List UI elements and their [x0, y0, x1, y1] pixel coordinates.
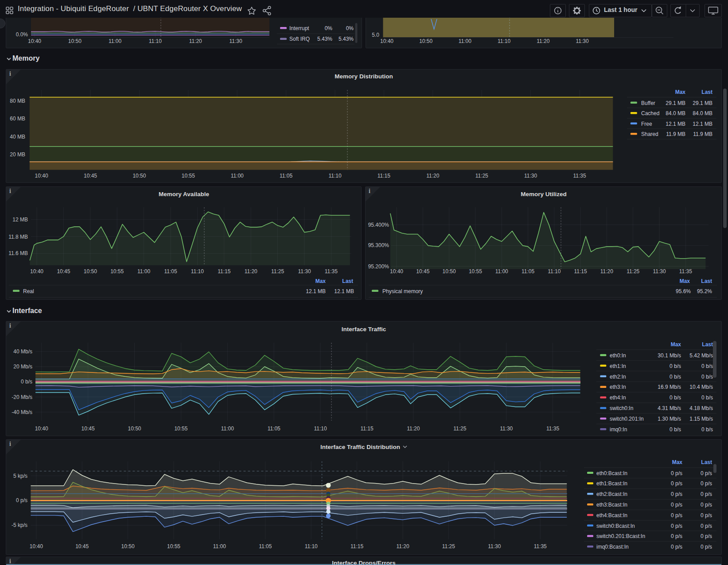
svg-text:5.43%: 5.43%	[317, 36, 332, 42]
svg-text:0%: 0%	[346, 25, 354, 31]
svg-text:11:10: 11:10	[191, 268, 204, 275]
svg-text:Last: Last	[701, 459, 712, 465]
svg-text:10:50: 10:50	[132, 173, 146, 179]
svg-text:11:05: 11:05	[259, 543, 272, 550]
svg-text:10:50: 10:50	[121, 543, 135, 550]
svg-text:0 p/s: 0 p/s	[671, 544, 682, 550]
svg-text:30.1 Mb/s: 30.1 Mb/s	[658, 352, 681, 359]
svg-text:4.31 Mb/s: 4.31 Mb/s	[658, 405, 681, 411]
svg-text:0 p/s: 0 p/s	[701, 544, 712, 550]
svg-text:11:35: 11:35	[325, 268, 338, 275]
svg-text:0 b/s: 0 b/s	[670, 374, 681, 380]
svg-text:0%: 0%	[325, 25, 333, 31]
svg-text:10:40: 10:40	[35, 426, 48, 432]
svg-text:5.42 Mb/s: 5.42 Mb/s	[689, 352, 713, 359]
svg-text:0 p/s: 0 p/s	[701, 502, 712, 508]
svg-text:-40 Mb/s: -40 Mb/s	[12, 409, 32, 415]
svg-text:11:00: 11:00	[459, 38, 471, 44]
svg-text:10:45: 10:45	[75, 543, 89, 550]
svg-text:10:55: 10:55	[469, 268, 482, 275]
svg-text:10:45: 10:45	[84, 173, 97, 179]
svg-text:4.18 Mb/s: 4.18 Mb/s	[689, 405, 713, 411]
svg-text:95.400%: 95.400%	[368, 222, 389, 228]
svg-text:0 p/s: 0 p/s	[16, 497, 27, 503]
svg-text:11:15: 11:15	[360, 426, 373, 432]
svg-text:11:05: 11:05	[164, 268, 177, 275]
svg-text:16.9 Mb/s: 16.9 Mb/s	[658, 384, 681, 390]
svg-text:11:10: 11:10	[305, 543, 318, 550]
svg-text:10:55: 10:55	[174, 426, 187, 432]
svg-text:0 p/s: 0 p/s	[701, 512, 712, 519]
svg-text:11:20: 11:20	[537, 38, 549, 44]
svg-text:0 p/s: 0 p/s	[671, 480, 682, 487]
svg-text:11:10: 11:10	[314, 426, 327, 432]
svg-text:10:40: 10:40	[30, 543, 43, 550]
svg-text:20 Mb/s: 20 Mb/s	[13, 364, 32, 370]
svg-text:11.9 MB: 11.9 MB	[693, 131, 712, 137]
svg-text:0 p/s: 0 p/s	[671, 470, 682, 476]
svg-text:10:45: 10:45	[416, 268, 429, 275]
svg-text:eth3:Bcast:In: eth3:Bcast:In	[596, 502, 627, 508]
svg-text:10:40: 10:40	[380, 38, 393, 44]
svg-text:11:00: 11:00	[495, 268, 508, 275]
svg-text:10:55: 10:55	[110, 268, 124, 275]
svg-text:11:30: 11:30	[576, 38, 588, 44]
svg-text:11:35: 11:35	[534, 543, 547, 550]
svg-text:0 p/s: 0 p/s	[701, 533, 712, 539]
svg-text:Last: Last	[701, 278, 712, 284]
svg-text:11:00: 11:00	[213, 543, 226, 550]
svg-text:80 MB: 80 MB	[10, 98, 25, 104]
svg-text:11:20: 11:20	[426, 173, 439, 179]
svg-text:imq0:In: imq0:In	[610, 426, 627, 433]
svg-text:0 b/s: 0 b/s	[670, 363, 681, 369]
svg-text:11:25: 11:25	[442, 543, 455, 550]
svg-text:eth4:In: eth4:In	[610, 395, 626, 401]
svg-text:0 p/s: 0 p/s	[671, 502, 682, 508]
svg-text:imq0:Bcast:In: imq0:Bcast:In	[596, 544, 629, 550]
svg-text:95.2%: 95.2%	[697, 288, 712, 294]
svg-text:10:40: 10:40	[30, 268, 43, 275]
svg-text:Interrupt: Interrupt	[289, 25, 309, 31]
svg-text:Max: Max	[672, 459, 683, 465]
svg-text:10:50: 10:50	[128, 426, 141, 432]
svg-text:0 p/s: 0 p/s	[701, 523, 712, 529]
svg-text:11:20: 11:20	[189, 38, 202, 44]
svg-text:10:50: 10:50	[68, 38, 82, 44]
svg-text:5.43%: 5.43%	[339, 36, 354, 42]
svg-text:10:45: 10:45	[82, 426, 95, 432]
svg-text:eth0:In: eth0:In	[610, 352, 626, 359]
svg-text:Max: Max	[671, 341, 681, 348]
svg-text:11:25: 11:25	[627, 268, 639, 275]
svg-text:Real: Real	[23, 288, 34, 294]
svg-text:95.300%: 95.300%	[368, 242, 389, 248]
svg-text:10:40: 10:40	[28, 38, 41, 44]
svg-text:11:20: 11:20	[245, 268, 257, 275]
svg-text:12.1 MB: 12.1 MB	[666, 121, 685, 127]
svg-text:11:30: 11:30	[298, 268, 311, 275]
svg-text:11:05: 11:05	[522, 268, 534, 275]
svg-text:eth0:Bcast:In: eth0:Bcast:In	[596, 470, 627, 476]
svg-text:11:10: 11:10	[548, 268, 561, 275]
svg-text:11:00: 11:00	[221, 426, 234, 432]
svg-text:0 p/s: 0 p/s	[671, 512, 682, 519]
svg-text:0 b/s: 0 b/s	[701, 363, 713, 369]
svg-text:0 p/s: 0 p/s	[701, 491, 712, 497]
svg-text:84.0 MB: 84.0 MB	[693, 110, 712, 116]
svg-text:0 p/s: 0 p/s	[671, 523, 682, 529]
svg-text:11:10: 11:10	[149, 38, 162, 44]
svg-text:Max: Max	[315, 278, 326, 284]
svg-text:1.15 Mb/s: 1.15 Mb/s	[689, 416, 713, 422]
svg-text:switch0.201:In: switch0.201:In	[610, 416, 644, 422]
svg-text:0 b/s: 0 b/s	[701, 395, 713, 401]
svg-text:Physical memory: Physical memory	[382, 288, 423, 294]
svg-text:11:00: 11:00	[231, 173, 244, 179]
svg-text:switch0:In: switch0:In	[610, 405, 633, 411]
svg-text:-5 kp/s: -5 kp/s	[12, 522, 27, 528]
svg-text:10.4 Mb/s: 10.4 Mb/s	[689, 384, 713, 390]
svg-text:eth2:Bcast:In: eth2:Bcast:In	[596, 491, 627, 497]
svg-text:10:45: 10:45	[57, 268, 70, 275]
svg-text:5.0: 5.0	[372, 32, 379, 38]
svg-text:5 kp/s: 5 kp/s	[13, 473, 27, 479]
svg-text:eth1:In: eth1:In	[610, 363, 626, 369]
svg-text:11:35: 11:35	[679, 268, 692, 275]
